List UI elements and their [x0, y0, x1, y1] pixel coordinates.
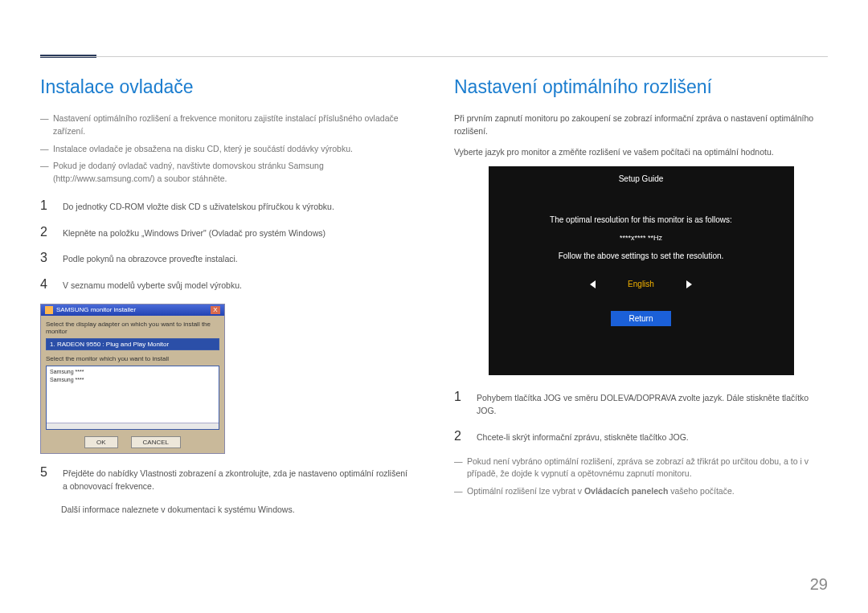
left-note: Další informace naleznete v dokumentaci … — [40, 504, 414, 517]
setup-resolution: ****x**** **Hz — [620, 234, 662, 242]
intro-item: Nastavení optimálního rozlišení a frekve… — [40, 112, 414, 138]
step-text: Přejděte do nabídky Vlastnosti zobrazení… — [63, 465, 414, 493]
installer-instruction: Select the display adapter on which you … — [46, 321, 219, 335]
step-text: Klepněte na položku „Windows Driver" (Ov… — [63, 225, 326, 240]
intro-item: Pokud je dodaný ovladač vadný, navštivte… — [40, 160, 414, 186]
step-text: Chcete-li skrýt informační zprávu, stisk… — [477, 429, 689, 444]
right-heading: Nastavení optimálního rozlišení — [454, 76, 828, 98]
left-heading: Instalace ovladače — [40, 76, 414, 98]
step-number: 2 — [454, 429, 465, 443]
installer-body: Select the display adapter on which you … — [41, 316, 224, 453]
chevron-left-icon[interactable] — [590, 280, 596, 288]
language-selector[interactable]: English — [590, 280, 692, 288]
step-number: 1 — [454, 390, 465, 404]
right-step-2: 2 Chcete-li skrýt informační zprávu, sti… — [454, 429, 828, 444]
step-number: 1 — [40, 198, 51, 213]
outro-item: Optimální rozlišení lze vybrat v Ovládac… — [454, 485, 828, 498]
right-body2: Vyberte jazyk pro monitor a změňte rozli… — [454, 146, 828, 159]
step-text: Do jednotky CD-ROM vložte disk CD s uživ… — [63, 198, 334, 214]
app-icon — [45, 306, 53, 314]
cancel-button[interactable]: CANCEL — [131, 436, 181, 448]
right-body1: Při prvním zapnutí monitoru po zakoupení… — [454, 112, 828, 138]
step-number: 4 — [40, 277, 51, 292]
right-column: Nastavení optimálního rozlišení Při prvn… — [454, 76, 828, 517]
outro-text: Optimální rozlišení lze vybrat v — [467, 486, 584, 496]
step-4: 4 V seznamu modelů vyberte svůj model vý… — [40, 277, 414, 292]
close-icon[interactable]: X — [211, 306, 220, 314]
step-2: 2 Klepněte na položku „Windows Driver" (… — [40, 225, 414, 240]
left-intro: Nastavení optimálního rozlišení a frekve… — [40, 112, 414, 186]
step-1: 1 Do jednotky CD-ROM vložte disk CD s už… — [40, 198, 414, 214]
installer-titlebar: SAMSUNG monitor installer X — [41, 304, 224, 316]
step-number: 2 — [40, 225, 51, 239]
chevron-right-icon[interactable] — [686, 280, 692, 288]
outro-item: Pokud není vybráno optimální rozlišení, … — [454, 456, 828, 481]
adapter-dropdown[interactable]: 1. RADEON 9550 : Plug and Play Monitor — [46, 338, 219, 350]
intro-item: Instalace ovladače je obsažena na disku … — [40, 143, 414, 156]
return-button[interactable]: Return — [611, 311, 670, 326]
step-3: 3 Podle pokynů na obrazovce proveďte ins… — [40, 251, 414, 266]
step-text: Podle pokynů na obrazovce proveďte insta… — [63, 251, 238, 266]
left-column: Instalace ovladače Nastavení optimálního… — [40, 76, 414, 517]
installer-instruction: Select the monitor which you want to ins… — [46, 355, 219, 362]
page-number: 29 — [810, 575, 828, 594]
setup-title: Setup Guide — [619, 174, 664, 183]
setup-guide-osd: Setup Guide The optimal resolution for t… — [489, 166, 794, 375]
outro-tail: vašeho počítače. — [668, 486, 734, 496]
language-value: English — [628, 280, 654, 288]
step-number: 5 — [40, 465, 51, 480]
outro-bold: Ovládacích panelech — [584, 486, 668, 496]
scrollbar-horizontal[interactable] — [47, 423, 219, 429]
list-item[interactable]: Samsung **** — [50, 368, 215, 376]
list-item[interactable]: Samsung **** — [50, 376, 215, 384]
step-text: V seznamu modelů vyberte svůj model výro… — [63, 277, 242, 292]
step-number: 3 — [40, 251, 51, 265]
installer-title-text: SAMSUNG monitor installer — [56, 306, 136, 313]
ok-button[interactable]: OK — [84, 436, 118, 448]
step-5: 5 Přejděte do nabídky Vlastnosti zobraze… — [40, 465, 414, 493]
installer-window: SAMSUNG monitor installer X Select the d… — [40, 304, 225, 454]
setup-message2: Follow the above settings to set the res… — [559, 251, 724, 260]
step-text: Pohybem tlačítka JOG ve směru DOLEVA/DOP… — [477, 390, 828, 418]
right-step-1: 1 Pohybem tlačítka JOG ve směru DOLEVA/D… — [454, 390, 828, 418]
setup-message1: The optimal resolution for this monitor … — [550, 215, 732, 224]
monitor-list[interactable]: Samsung **** Samsung **** — [46, 366, 219, 430]
